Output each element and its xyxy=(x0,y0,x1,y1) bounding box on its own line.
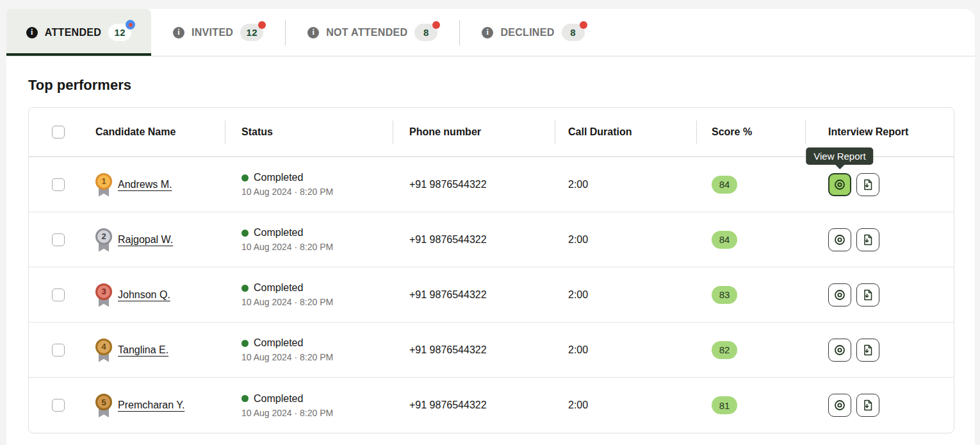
status-datetime: 10 Aug 2024 · 8:20 PM xyxy=(241,408,333,418)
tab-count: 12 xyxy=(247,27,257,38)
tab-count: 8 xyxy=(570,27,576,38)
phone-number: +91 9876544322 xyxy=(409,399,487,411)
main-card: ATTENDED 12 INVITED 12 NOT ATTENDED 8 xyxy=(6,9,975,445)
status-dot xyxy=(241,230,249,237)
select-all-checkbox[interactable] xyxy=(52,126,65,139)
call-duration: 2:00 xyxy=(568,289,588,301)
download-report-button[interactable] xyxy=(856,394,879,417)
select-row-checkbox[interactable] xyxy=(52,233,65,246)
medal-icon: 5 xyxy=(95,393,112,417)
notification-dot xyxy=(580,21,587,29)
medal-icon: 4 xyxy=(95,338,112,362)
eye-icon xyxy=(833,399,846,412)
eye-icon xyxy=(833,289,846,301)
medal-rank: 4 xyxy=(95,339,112,355)
status-dot xyxy=(241,395,249,402)
download-report-button[interactable] xyxy=(856,228,879,251)
header-candidate-name: Candidate Name xyxy=(87,108,225,156)
score-badge: 81 xyxy=(712,396,737,414)
tab-invited[interactable]: INVITED 12 xyxy=(151,9,285,56)
tab-count-badge: 12 xyxy=(108,24,131,41)
candidate-name-link[interactable]: Johnson Q. xyxy=(118,289,170,301)
call-duration: 2:00 xyxy=(568,179,588,190)
header-call-duration: Call Duration xyxy=(555,108,696,156)
tab-attended[interactable]: ATTENDED 12 xyxy=(6,9,151,56)
eye-icon xyxy=(833,344,846,357)
status-datetime: 10 Aug 2024 · 8:20 PM xyxy=(241,352,333,362)
candidate-name-link[interactable]: Rajgopal W. xyxy=(118,234,173,246)
download-report-button[interactable] xyxy=(856,173,879,196)
status-datetime: 10 Aug 2024 · 8:20 PM xyxy=(241,187,333,197)
medal-rank: 2 xyxy=(95,228,112,245)
status-dot xyxy=(241,174,249,181)
notification-dot xyxy=(258,21,266,29)
candidate-name-link[interactable]: Premcharan Y. xyxy=(118,399,184,411)
status-text: Completed xyxy=(254,282,303,294)
tab-not-attended[interactable]: NOT ATTENDED 8 xyxy=(286,9,459,56)
candidate-name-link[interactable]: Tanglina E. xyxy=(118,344,168,356)
eye-icon xyxy=(833,178,846,191)
tab-label: INVITED xyxy=(192,27,233,38)
status-dot xyxy=(241,285,249,292)
medal-icon: 1 xyxy=(95,172,112,197)
document-download-icon xyxy=(862,233,874,246)
view-report-button[interactable] xyxy=(828,283,851,306)
tab-label: NOT ATTENDED xyxy=(326,27,407,38)
tab-count: 12 xyxy=(115,27,126,38)
select-row-checkbox[interactable] xyxy=(52,289,65,301)
call-duration: 2:00 xyxy=(568,344,588,356)
table-row: 4 Tanglina E. Completed 10 Aug 2024 · 8:… xyxy=(29,323,954,378)
select-row-checkbox[interactable] xyxy=(52,178,65,191)
view-report-button[interactable] xyxy=(828,339,851,362)
eye-icon xyxy=(833,233,846,246)
info-icon xyxy=(26,27,38,38)
tab-count: 8 xyxy=(423,27,429,38)
info-icon xyxy=(173,27,184,38)
download-report-button[interactable] xyxy=(856,339,879,362)
tab-label: DECLINED xyxy=(500,27,554,38)
table-row: 2 Rajgopal W. Completed 10 Aug 2024 · 8:… xyxy=(29,212,954,267)
medal-icon: 2 xyxy=(95,228,112,252)
status-dot xyxy=(241,340,249,347)
select-row-checkbox[interactable] xyxy=(52,344,65,357)
status-text: Completed xyxy=(254,227,303,239)
call-duration: 2:00 xyxy=(568,234,588,246)
tab-count-badge: 12 xyxy=(240,24,263,41)
header-score-percent: Score % xyxy=(696,108,805,156)
info-icon xyxy=(482,27,493,38)
document-download-icon xyxy=(862,289,874,301)
section-title: Top performers xyxy=(28,77,953,94)
document-download-icon xyxy=(862,344,874,357)
document-download-icon xyxy=(862,399,874,412)
medal-icon: 3 xyxy=(95,283,112,307)
status-text: Completed xyxy=(254,172,303,183)
tab-label: ATTENDED xyxy=(45,27,101,38)
score-badge: 83 xyxy=(712,286,737,304)
status-text: Completed xyxy=(254,337,303,349)
status-datetime: 10 Aug 2024 · 8:20 PM xyxy=(241,297,333,307)
notification-dot xyxy=(126,20,135,29)
candidate-name-link[interactable]: Andrews M. xyxy=(118,179,172,190)
phone-number: +91 9876544322 xyxy=(409,344,487,356)
tab-declined[interactable]: DECLINED 8 xyxy=(460,9,606,56)
view-report-button[interactable] xyxy=(828,228,851,251)
view-report-tooltip: View Report xyxy=(806,147,873,165)
select-row-checkbox[interactable] xyxy=(52,399,65,412)
view-report-button[interactable] xyxy=(828,394,851,417)
call-duration: 2:00 xyxy=(568,399,588,411)
phone-number: +91 9876544322 xyxy=(409,179,487,190)
table-row: 1 Andrews M. Completed 10 Aug 2024 · 8:2… xyxy=(29,157,954,212)
view-report-button[interactable] xyxy=(828,173,851,196)
header-status: Status xyxy=(225,108,393,156)
phone-number: +91 9876544322 xyxy=(409,234,487,246)
phone-number: +91 9876544322 xyxy=(409,289,487,301)
info-icon xyxy=(307,27,319,38)
status-datetime: 10 Aug 2024 · 8:20 PM xyxy=(241,242,333,252)
document-download-icon xyxy=(862,178,874,191)
table-row: 5 Premcharan Y. Completed 10 Aug 2024 · … xyxy=(29,378,954,433)
table-row: 3 Johnson Q. Completed 10 Aug 2024 · 8:2… xyxy=(29,267,954,323)
score-badge: 84 xyxy=(712,231,737,249)
download-report-button[interactable] xyxy=(856,283,879,306)
notification-dot xyxy=(432,21,440,29)
score-badge: 84 xyxy=(712,176,737,194)
